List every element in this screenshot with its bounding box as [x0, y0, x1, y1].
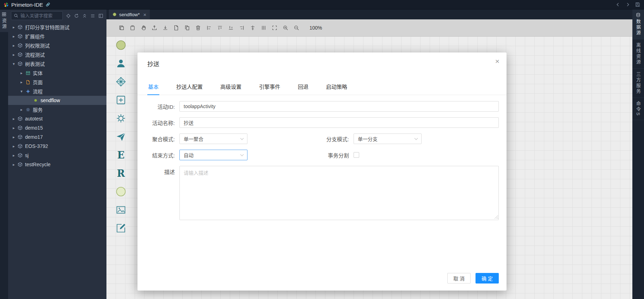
chevron-right-icon[interactable]: ▸	[11, 126, 17, 130]
tree-item-15[interactable]: ▸sj	[8, 151, 106, 160]
save-icon[interactable]	[635, 2, 640, 7]
align-center-icon	[250, 25, 256, 31]
right-tab-2[interactable]: 离线资源	[632, 39, 644, 69]
refresh-icon[interactable]	[73, 13, 79, 19]
send-node[interactable]	[116, 131, 126, 142]
right-tab-4[interactable]: 命令S	[632, 98, 644, 120]
dialog-close-icon[interactable]: ×	[495, 57, 499, 65]
tree-item-3[interactable]: ▸列权限测试	[8, 41, 106, 50]
duplicate-button[interactable]	[184, 25, 190, 31]
tab-close-icon[interactable]: ×	[143, 12, 147, 18]
new-doc-button[interactable]	[173, 25, 179, 31]
project-icon	[17, 135, 24, 139]
chevron-right-icon[interactable]: ▸	[11, 25, 17, 30]
dialog-tab-2[interactable]: 抄送人配置	[176, 80, 203, 95]
edit-node[interactable]	[116, 223, 126, 233]
gateway-node[interactable]	[116, 76, 126, 87]
collapse-icon[interactable]	[81, 13, 87, 19]
dialog-tab-3[interactable]: 高级设置	[220, 80, 242, 95]
tree-item-14[interactable]: ▸EOS-3792	[8, 142, 106, 151]
chevron-right-icon[interactable]: ▸	[11, 144, 17, 149]
chevron-right-icon[interactable]: ▸	[19, 71, 24, 75]
chevron-down-icon[interactable]: ▾	[19, 89, 24, 94]
locate-icon[interactable]	[65, 13, 71, 19]
align-center-button[interactable]	[250, 25, 256, 31]
branch-mode-select[interactable]: 单一分支	[354, 133, 422, 144]
dialog-tab-1[interactable]: 基本	[147, 80, 159, 95]
dialog-title: 抄送	[147, 61, 159, 68]
duplicate-icon	[184, 25, 190, 31]
end-mode-select[interactable]: 自动	[179, 150, 247, 160]
tree-item-5[interactable]: ▾树表测试	[8, 59, 106, 68]
tree-item-4[interactable]: ▸流程测试	[8, 50, 106, 59]
paste-button[interactable]	[129, 25, 136, 31]
left-tab-resources[interactable]: 资源	[0, 10, 8, 32]
chevron-right-icon[interactable]: ▸	[11, 135, 17, 139]
designer-toolbar: 100%	[106, 19, 632, 37]
download-button[interactable]	[162, 25, 168, 31]
cancel-button[interactable]: 取 消	[447, 273, 471, 284]
chevron-left-icon[interactable]	[615, 2, 621, 7]
tree-item-11[interactable]: ▸autotest	[8, 114, 106, 123]
editor-tab-sendflow[interactable]: sendflow* ×	[109, 10, 150, 19]
tree-item-6[interactable]: ▸实体	[8, 68, 106, 77]
right-tab-3[interactable]: 三方服务	[632, 69, 644, 98]
hand-button[interactable]	[140, 25, 147, 31]
chevron-right-icon[interactable]	[625, 2, 631, 7]
dialog-tab-5[interactable]: 回退	[297, 80, 309, 95]
zoom-in-icon	[283, 25, 288, 31]
user-task-node[interactable]	[116, 58, 126, 69]
menu-icon[interactable]	[90, 13, 96, 19]
chevron-right-icon[interactable]: ▸	[19, 80, 24, 85]
chevron-right-icon[interactable]: ▸	[19, 107, 24, 112]
r-node[interactable]: R	[116, 168, 126, 179]
search-input[interactable]	[20, 13, 60, 18]
dialog-tab-4[interactable]: 引擎事件	[258, 80, 281, 95]
fit-view-button[interactable]	[271, 25, 278, 31]
transaction-split-checkbox[interactable]	[354, 152, 359, 158]
align-bottom-button[interactable]	[228, 25, 234, 31]
copy-button[interactable]	[118, 25, 125, 31]
tree-item-1[interactable]: ▸打印分享甘特图测试	[8, 23, 106, 32]
link-icon[interactable]	[45, 2, 50, 7]
chevron-right-icon[interactable]: ▸	[11, 117, 17, 121]
start-node[interactable]	[116, 40, 126, 50]
aggregate-mode-select[interactable]: 单一聚合	[179, 133, 247, 144]
dialog-tab-6[interactable]: 启动策略	[325, 80, 348, 95]
edit-node-icon	[116, 223, 126, 233]
align-top-button[interactable]	[217, 25, 223, 31]
delete-button[interactable]	[195, 25, 201, 31]
activity-id-input[interactable]	[179, 101, 499, 112]
align-left-button[interactable]	[206, 25, 212, 31]
panel-icon[interactable]	[98, 13, 104, 19]
image-node[interactable]	[116, 205, 126, 215]
zoom-in-button[interactable]	[282, 25, 289, 31]
tree-item-8[interactable]: ▾流程	[8, 87, 106, 96]
align-right-button[interactable]	[239, 25, 245, 31]
chevron-right-icon[interactable]: ▸	[11, 43, 17, 48]
chevron-right-icon[interactable]: ▸	[11, 34, 17, 39]
distribute-button[interactable]	[260, 25, 267, 31]
export-button[interactable]	[151, 25, 158, 31]
chevron-right-icon[interactable]: ▸	[11, 162, 17, 167]
service-node[interactable]	[116, 113, 126, 124]
activity-name-input[interactable]	[179, 117, 499, 128]
right-tab-1[interactable]: 数据源	[632, 10, 644, 39]
tree-item-12[interactable]: ▸demo15	[8, 123, 106, 132]
tree-item-9[interactable]: sendflow	[8, 96, 106, 105]
subprocess-node[interactable]	[116, 95, 126, 105]
e-node[interactable]: E	[116, 150, 126, 160]
ok-button[interactable]: 确 定	[476, 273, 499, 284]
description-textarea[interactable]	[179, 166, 499, 220]
zoom-level[interactable]: 100%	[307, 24, 325, 32]
tree-item-16[interactable]: ▸testRecycle	[8, 160, 106, 169]
tree-item-2[interactable]: ▸扩展组件	[8, 32, 106, 41]
tree-item-7[interactable]: ▸页面	[8, 77, 106, 87]
chevron-down-icon[interactable]: ▾	[11, 62, 17, 66]
zoom-out-button[interactable]	[293, 25, 300, 31]
chevron-right-icon[interactable]: ▸	[11, 52, 17, 57]
tree-item-10[interactable]: ▸服务	[8, 105, 106, 114]
tree-item-13[interactable]: ▸demo17	[8, 132, 106, 142]
end-node[interactable]	[116, 186, 126, 197]
chevron-right-icon[interactable]: ▸	[11, 153, 17, 158]
